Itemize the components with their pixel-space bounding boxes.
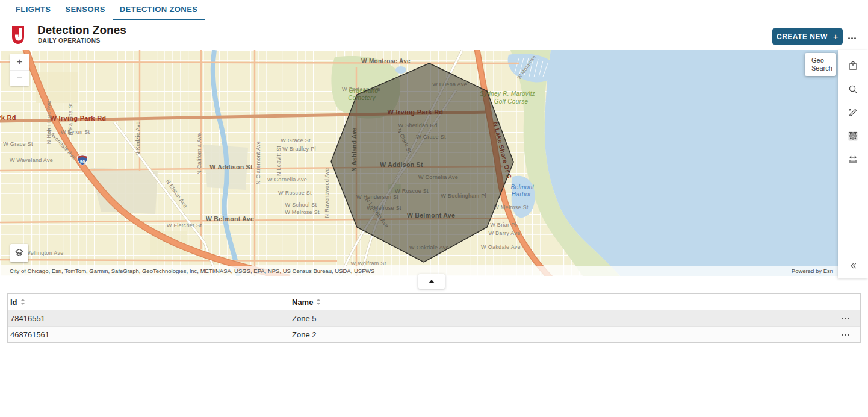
tab-flights[interactable]: FLIGHTS: [8, 0, 58, 20]
map-container: 90 W Montrose AveW MontroseW Berteau Ave…: [0, 50, 868, 276]
geo-search-icon: [848, 60, 858, 71]
plus-icon: +: [833, 31, 839, 42]
table-row[interactable]: 468761561Zone 2: [8, 326, 860, 342]
svg-text:90: 90: [80, 159, 85, 165]
layers-button[interactable]: [10, 244, 28, 262]
panel-collapse-toggle-button[interactable]: [418, 274, 445, 289]
chevron-up-icon: [429, 280, 435, 283]
svg-text:N California Ave: N California Ave: [196, 133, 202, 174]
zone-id-cell: 78416551: [8, 314, 292, 323]
svg-text:W Addison St: W Addison St: [209, 163, 253, 171]
geo-search-tool-button[interactable]: [838, 54, 868, 77]
svg-text:Harbor: Harbor: [512, 191, 532, 198]
app-root: FLIGHTS SENSORS DETECTION ZONES Detectio…: [0, 0, 868, 417]
svg-text:W Briar Pl: W Briar Pl: [490, 222, 516, 228]
sort-icon[interactable]: [316, 299, 321, 305]
svg-text:rk Rd: rk Rd: [0, 114, 16, 121]
svg-text:W Grace St: W Grace St: [281, 137, 311, 143]
draw-pencil-icon: [848, 107, 858, 118]
ellipsis-icon: [848, 37, 856, 39]
svg-text:N Ravenswood Ave: N Ravenswood Ave: [324, 168, 330, 218]
geo-search-tooltip: Geo Search: [805, 53, 836, 76]
tab-detection-zones[interactable]: DETECTION ZONES: [113, 0, 205, 20]
svg-text:W Grace St: W Grace St: [3, 141, 33, 147]
row-actions-button[interactable]: [839, 331, 852, 338]
zoom-in-button[interactable]: +: [10, 54, 29, 70]
search-icon: [848, 84, 858, 95]
table-body: 78416551Zone 5468761561Zone 2: [8, 310, 860, 342]
measure-icon: [848, 154, 858, 165]
svg-text:W Fletcher St: W Fletcher St: [167, 222, 202, 228]
map-zoom-control: + −: [10, 54, 29, 86]
table-row[interactable]: 78416551Zone 5: [8, 310, 860, 326]
zone-name-cell: Zone 5: [292, 314, 316, 323]
svg-text:W Irving Park Rd: W Irving Park Rd: [51, 114, 107, 122]
svg-text:W Waveland Ave: W Waveland Ave: [10, 157, 53, 163]
svg-text:N Paulina St: N Paulina St: [67, 103, 73, 136]
map-canvas[interactable]: 90 W Montrose AveW MontroseW Berteau Ave…: [0, 50, 868, 276]
zones-table: Id Name 78416551Zone 5468761561Zone 2: [7, 293, 861, 343]
svg-text:W Montrose Ave: W Montrose Ave: [361, 58, 411, 64]
row-actions-button[interactable]: [839, 315, 852, 322]
svg-text:N Leavitt St: N Leavitt St: [276, 146, 282, 176]
svg-text:N Hermitage Ave: N Hermitage Ave: [46, 101, 52, 144]
basemap-gallery-button[interactable]: [838, 124, 868, 148]
svg-text:W Bradley Pl: W Bradley Pl: [282, 146, 316, 152]
measure-tool-button[interactable]: [838, 148, 868, 171]
column-header-name[interactable]: Name: [292, 298, 860, 307]
chevrons-left-icon: [848, 261, 858, 271]
zone-name-cell: Zone 2: [292, 330, 316, 339]
tab-sensors[interactable]: SENSORS: [58, 0, 112, 20]
basemap-grid-icon: [848, 131, 858, 142]
column-header-id[interactable]: Id: [8, 298, 292, 307]
tooltip-line-1: Geo: [811, 57, 836, 64]
svg-text:W Byron St: W Byron St: [61, 129, 90, 135]
create-new-button[interactable]: CREATE NEW +: [772, 28, 843, 45]
svg-text:W Belmont Ave: W Belmont Ave: [206, 215, 254, 222]
header-more-options-button[interactable]: [844, 33, 860, 43]
page-header: Detection Zones DAILY OPERATIONS CREATE …: [0, 20, 868, 50]
zone-id-cell: 468761561: [8, 330, 292, 339]
name-column-label: Name: [292, 298, 313, 307]
svg-text:W Barry Ave: W Barry Ave: [488, 230, 520, 236]
svg-text:W School St: W School St: [285, 202, 317, 208]
svg-text:W Melrose St: W Melrose St: [285, 209, 320, 215]
zoom-out-button[interactable]: −: [10, 70, 29, 86]
attribution-text: City of Chicago, Esri, TomTom, Garmin, S…: [10, 268, 374, 274]
svg-text:W Melrose St: W Melrose St: [494, 204, 529, 210]
svg-text:W Roscoe St: W Roscoe St: [278, 190, 312, 196]
svg-text:W Oakdale Ave: W Oakdale Ave: [481, 244, 521, 250]
powered-by-esri: Powered by Esri: [792, 268, 833, 274]
svg-text:Golf Course: Golf Course: [494, 98, 529, 105]
svg-text:N Kedzie Ave: N Kedzie Ave: [135, 121, 141, 155]
draw-tool-button[interactable]: [838, 101, 868, 124]
id-column-label: Id: [10, 298, 17, 307]
svg-text:N Claremont Ave: N Claremont Ave: [255, 141, 261, 184]
map-toolbar: [838, 50, 868, 278]
tooltip-line-2: Search: [811, 64, 836, 72]
search-tool-button[interactable]: [838, 77, 868, 101]
page-title: Detection Zones: [37, 24, 126, 37]
toolbar-collapse-button[interactable]: [838, 258, 868, 274]
svg-text:W Cornelia Ave: W Cornelia Ave: [267, 177, 307, 183]
table-header-row: Id Name: [8, 294, 860, 310]
top-nav: FLIGHTS SENSORS DETECTION ZONES: [0, 0, 868, 20]
svg-text:Belmont: Belmont: [511, 184, 535, 190]
sort-icon[interactable]: [20, 299, 25, 305]
page-subtitle: DAILY OPERATIONS: [38, 37, 100, 44]
juvare-logo-icon: [11, 25, 25, 47]
layers-icon: [14, 247, 25, 260]
create-new-label: CREATE NEW: [777, 33, 828, 41]
